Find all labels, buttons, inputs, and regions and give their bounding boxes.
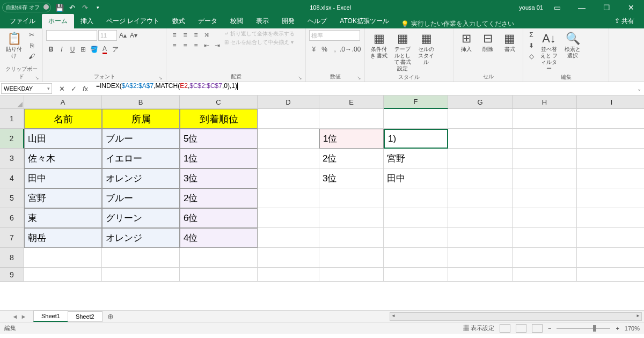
- indent-increase-icon[interactable]: ⇥: [213, 41, 222, 50]
- align-top-icon[interactable]: ≡: [170, 30, 179, 40]
- cell-E6[interactable]: [319, 208, 384, 228]
- cell-F7[interactable]: [384, 228, 448, 248]
- cell-A5[interactable]: 宮野: [24, 188, 102, 208]
- cell-D7[interactable]: [258, 228, 319, 248]
- column-header-B[interactable]: B: [102, 95, 180, 109]
- column-header-C[interactable]: C: [180, 95, 258, 109]
- row-header-1[interactable]: 1: [0, 109, 24, 129]
- column-header-D[interactable]: D: [258, 95, 319, 109]
- cell-G4[interactable]: [448, 168, 513, 188]
- cell-A7[interactable]: 朝岳: [24, 228, 102, 248]
- maximize-button[interactable]: ☐: [596, 0, 617, 15]
- cell-F9[interactable]: [384, 268, 448, 282]
- tab-developer[interactable]: 開発: [275, 14, 301, 28]
- formula-input[interactable]: =INDEX($A$2:$A$7,MATCH(E2,$C$2:$C$7,0),1…: [94, 82, 634, 95]
- tab-help[interactable]: ヘルプ: [301, 14, 333, 28]
- launcher-icon[interactable]: ↘: [35, 75, 39, 80]
- font-name[interactable]: [46, 30, 97, 41]
- bold-button[interactable]: B: [46, 45, 56, 54]
- column-header-A[interactable]: A: [24, 95, 102, 109]
- format-cells-button[interactable]: ▦書式: [500, 30, 519, 54]
- cell-B7[interactable]: オレンジ: [102, 228, 180, 248]
- cell-F2[interactable]: 1): [384, 129, 448, 149]
- cell-F4[interactable]: 田中: [384, 168, 448, 188]
- align-right-icon[interactable]: ≡: [191, 41, 201, 50]
- cell-C9[interactable]: [180, 268, 258, 282]
- cell-F8[interactable]: [384, 248, 448, 268]
- insert-cells-button[interactable]: ⊞挿入: [457, 30, 476, 54]
- cell-H8[interactable]: [513, 248, 577, 268]
- horizontal-scrollbar[interactable]: [390, 312, 642, 321]
- cell-H3[interactable]: [513, 149, 577, 168]
- expand-formula-bar-icon[interactable]: ⌄: [634, 82, 644, 95]
- tab-atok[interactable]: ATOK拡張ツール: [333, 14, 396, 28]
- cell-C2[interactable]: 5位: [180, 129, 258, 149]
- number-format[interactable]: 標準: [309, 30, 360, 41]
- column-header-F[interactable]: F: [384, 95, 448, 109]
- cell-G7[interactable]: [448, 228, 513, 248]
- column-header-E[interactable]: E: [319, 95, 384, 109]
- launcher-icon[interactable]: ↘: [357, 75, 361, 80]
- tab-home[interactable]: ホーム: [42, 14, 74, 28]
- enter-formula-icon[interactable]: ✓: [68, 83, 79, 94]
- row-header-3[interactable]: 3: [0, 149, 24, 168]
- align-middle-icon[interactable]: ≡: [180, 30, 190, 40]
- decrease-decimal-icon[interactable]: .00: [352, 45, 361, 54]
- align-left-icon[interactable]: ≡: [170, 41, 179, 50]
- cell-C1[interactable]: 到着順位: [180, 109, 258, 129]
- align-center-icon[interactable]: ≡: [180, 41, 190, 50]
- tab-layout[interactable]: ページ レイアウト: [100, 14, 166, 28]
- tab-review[interactable]: 校閲: [224, 14, 250, 28]
- ribbon-options-icon[interactable]: ▭: [546, 0, 568, 15]
- name-box[interactable]: WEEKDAY: [1, 83, 52, 94]
- cell-C3[interactable]: 1位: [180, 149, 258, 168]
- cell-E4[interactable]: 3位: [319, 168, 384, 188]
- cell-I6[interactable]: [577, 208, 644, 228]
- tab-formulas[interactable]: 数式: [166, 14, 192, 28]
- launcher-icon[interactable]: ↘: [158, 75, 163, 80]
- cell-B4[interactable]: オレンジ: [102, 168, 180, 188]
- cell-E7[interactable]: [319, 228, 384, 248]
- cell-H2[interactable]: [513, 129, 577, 149]
- cell-A1[interactable]: 名前: [24, 109, 102, 129]
- row-header-7[interactable]: 7: [0, 228, 24, 248]
- cell-H7[interactable]: [513, 228, 577, 248]
- shrink-font-icon[interactable]: A▾: [129, 31, 138, 40]
- autosum-icon[interactable]: Σ: [526, 30, 536, 40]
- cell-I4[interactable]: [577, 168, 644, 188]
- underline-button[interactable]: U: [68, 45, 77, 54]
- fx-icon[interactable]: fx: [80, 83, 91, 94]
- cell-B9[interactable]: [102, 268, 180, 282]
- row-header-5[interactable]: 5: [0, 188, 24, 208]
- row-header-8[interactable]: 8: [0, 248, 24, 268]
- conditional-format-button[interactable]: ▦条件付き 書式: [368, 30, 390, 60]
- grow-font-icon[interactable]: A▴: [118, 31, 128, 40]
- zoom-in-button[interactable]: +: [616, 325, 619, 332]
- cell-I3[interactable]: [577, 149, 644, 168]
- minimize-button[interactable]: —: [571, 0, 592, 15]
- tab-file[interactable]: ファイル: [3, 14, 42, 28]
- launcher-icon[interactable]: ↘: [298, 75, 302, 80]
- cut-icon[interactable]: ✂: [27, 30, 36, 40]
- border-icon[interactable]: ⊞: [78, 45, 88, 54]
- find-select-button[interactable]: 🔍検索と 選択: [562, 30, 583, 60]
- cell-I2[interactable]: [577, 129, 644, 149]
- italic-button[interactable]: I: [57, 45, 67, 54]
- wrap-text-button[interactable]: ⤶ 折り返して全体を表示する: [224, 30, 295, 38]
- column-header-I[interactable]: I: [577, 95, 644, 109]
- merge-center-button[interactable]: ⊞ セルを結合して中央揃え ▾: [224, 39, 295, 46]
- cancel-formula-icon[interactable]: ✕: [56, 83, 67, 94]
- sheet-tab-1[interactable]: Sheet1: [33, 311, 68, 322]
- cell-F5[interactable]: [384, 188, 448, 208]
- redo-icon[interactable]: ↷: [81, 3, 90, 12]
- sort-filter-button[interactable]: A↓並べ替えと フィルター: [538, 30, 560, 73]
- cell-C5[interactable]: 2位: [180, 188, 258, 208]
- tab-insert[interactable]: 挿入: [74, 14, 100, 28]
- cell-I5[interactable]: [577, 188, 644, 208]
- increase-decimal-icon[interactable]: .0→: [341, 45, 350, 54]
- display-settings-button[interactable]: ▦ 表示設定: [463, 324, 494, 332]
- page-break-view-icon[interactable]: [532, 324, 543, 333]
- cell-D3[interactable]: [258, 149, 319, 168]
- align-bottom-icon[interactable]: ≡: [191, 30, 201, 40]
- orientation-icon[interactable]: ⤭: [202, 30, 211, 40]
